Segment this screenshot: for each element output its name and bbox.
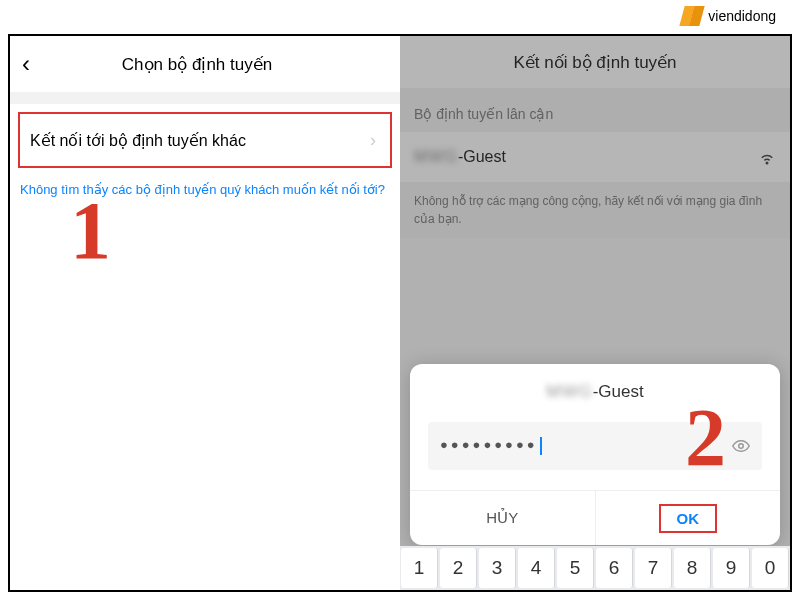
show-password-icon[interactable] [732, 437, 750, 455]
not-found-help-link[interactable]: Không tìm thấy các bộ định tuyến quý khá… [10, 174, 400, 205]
left-screen: ‹ Chọn bộ định tuyến Kết nối tới bộ định… [10, 36, 400, 590]
key-3[interactable]: 3 [479, 548, 516, 588]
key-0[interactable]: 0 [752, 548, 789, 588]
connect-other-router-row[interactable]: Kết nối tới bộ định tuyến khác › [18, 112, 392, 168]
left-header: ‹ Chọn bộ định tuyến [10, 36, 400, 92]
dialog-name-suffix: -Guest [593, 382, 644, 401]
watermark-text: viendidong [708, 8, 776, 24]
svg-point-1 [739, 444, 744, 449]
watermark: viendidong [682, 6, 776, 26]
chevron-right-icon: › [370, 130, 376, 151]
key-1[interactable]: 1 [401, 548, 438, 588]
section-divider [10, 92, 400, 104]
key-8[interactable]: 8 [674, 548, 711, 588]
ok-button-label: OK [659, 504, 718, 533]
watermark-logo-icon [680, 6, 705, 26]
key-2[interactable]: 2 [440, 548, 477, 588]
key-5[interactable]: 5 [557, 548, 594, 588]
ok-button[interactable]: OK [595, 491, 781, 545]
back-icon[interactable]: ‹ [22, 50, 30, 78]
key-7[interactable]: 7 [635, 548, 672, 588]
key-6[interactable]: 6 [596, 548, 633, 588]
key-9[interactable]: 9 [713, 548, 750, 588]
text-cursor [540, 437, 542, 455]
annotation-step-2: 2 [685, 391, 726, 485]
dialog-button-row: HỦY OK [410, 490, 780, 545]
left-screen-title: Chọn bộ định tuyến [30, 54, 364, 75]
dialog-name-blurred: MWG [546, 382, 592, 401]
right-screen: Kết nối bộ định tuyến Bộ định tuyến lân … [400, 36, 790, 590]
cancel-button[interactable]: HỦY [410, 491, 595, 545]
screenshot-frame: ‹ Chọn bộ định tuyến Kết nối tới bộ định… [8, 34, 792, 592]
keyboard-number-row: 1 2 3 4 5 6 7 8 9 0 [400, 546, 790, 590]
key-4[interactable]: 4 [518, 548, 555, 588]
annotation-step-1: 1 [70, 184, 111, 278]
connect-other-label: Kết nối tới bộ định tuyến khác [30, 131, 370, 150]
